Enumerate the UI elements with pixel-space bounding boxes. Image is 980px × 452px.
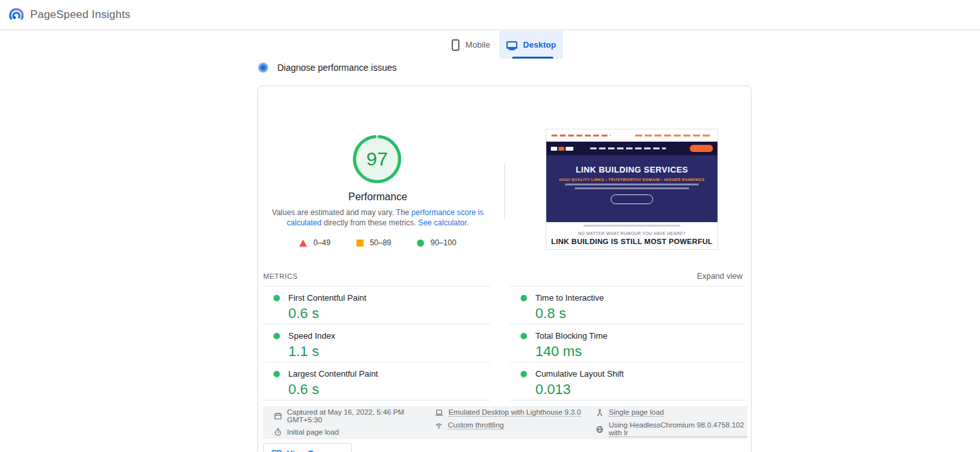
tab-desktop-label: Desktop: [523, 40, 556, 50]
tab-desktop[interactable]: Desktop: [499, 31, 563, 59]
tab-mobile-label: Mobile: [465, 40, 490, 50]
score-disclaimer: Values are estimated and may vary. The p…: [270, 207, 486, 228]
fail-triangle-icon: [299, 240, 307, 247]
calendar-icon: [274, 412, 282, 420]
metric-label: Largest Contentful Paint: [288, 369, 378, 379]
thumb-nav-cta-button: [690, 145, 713, 152]
metric-label: Time to Interactive: [535, 293, 604, 303]
stopwatch-icon: [274, 428, 282, 436]
app-title: PageSpeed Insights: [30, 8, 131, 21]
metric-speed-index: Speed Index 1.1 s: [263, 325, 490, 363]
capture-text[interactable]: Single page load: [609, 408, 664, 417]
performance-score-gauge[interactable]: 97: [352, 134, 402, 184]
performance-report-card: 97 Performance Values are estimated and …: [257, 86, 752, 452]
expand-view-toggle[interactable]: Expand view: [697, 272, 743, 281]
view-treemap-label: View Treemap: [287, 449, 342, 452]
pass-circle-icon: [417, 240, 424, 247]
metric-time-to-interactive: Time to Interactive 0.8 s: [510, 287, 744, 325]
thumb-topbar: [546, 129, 717, 142]
legend-pass-label: 90–100: [430, 238, 456, 247]
capture-page-load-type: Single page load: [596, 408, 747, 417]
pass-dot-icon: [273, 333, 280, 339]
metric-value: 0.6 s: [288, 305, 490, 322]
active-tab-underline: [512, 57, 553, 59]
score-legend: 0–49 50–89 90–100: [258, 238, 497, 247]
pass-dot-icon: [521, 371, 527, 377]
metric-first-contentful-paint: First Contentful Paint 0.6 s: [263, 287, 490, 325]
thumb-tagline-big: LINK BUILDING IS STILL MOST POWERFUL: [546, 238, 717, 245]
app-logo[interactable]: PageSpeed Insights: [8, 6, 131, 24]
disclaimer-text-2: directly from these metrics.: [322, 218, 418, 227]
capture-text: Captured at May 16, 2022, 5:46 PM GMT+5:…: [287, 408, 435, 424]
phone-icon: [452, 39, 459, 51]
see-calculator-link[interactable]: See calculator.: [418, 218, 469, 227]
capture-throttling: Custom throttling: [435, 421, 596, 429]
metric-value: 140 ms: [535, 343, 744, 360]
legend-fail: 0–49: [299, 238, 331, 247]
monitor-icon: [506, 41, 517, 49]
thumb-topbar-left-text: [551, 135, 611, 137]
metric-label: Total Blocking Time: [535, 331, 607, 341]
view-treemap-button[interactable]: View Treemap: [263, 443, 352, 452]
metric-total-blocking-time: Total Blocking Time 140 ms: [510, 325, 744, 363]
laptop-icon: [435, 409, 443, 417]
legend-average-label: 50–89: [370, 238, 391, 247]
thumb-hero-body-line: [575, 187, 689, 189]
category-label: Performance: [258, 191, 497, 203]
capture-column-1: Captured at May 16, 2022, 5:46 PM GMT+5:…: [274, 408, 435, 437]
capture-text[interactable]: Using HeadlessChromium 98.0.4758.102 wit…: [609, 421, 747, 437]
globe-icon: [596, 426, 604, 433]
metrics-header: METRICS Expand view: [263, 272, 743, 281]
legend-pass: 90–100: [417, 238, 456, 247]
disclaimer-text: Values are estimated and may vary. The: [272, 208, 412, 217]
thumb-divider-strip: [546, 222, 717, 229]
metric-value: 0.013: [535, 381, 744, 398]
metric-value: 1.1 s: [288, 343, 490, 360]
capture-browser: Using HeadlessChromium 98.0.4758.102 wit…: [596, 421, 747, 437]
capture-text: Initial page load: [287, 428, 339, 436]
thumb-hero-body-line: [565, 184, 699, 185]
tab-mobile[interactable]: Mobile: [443, 31, 499, 59]
capture-info-bar: Captured at May 16, 2022, 5:46 PM GMT+5:…: [263, 406, 747, 439]
legend-fail-label: 0–49: [313, 238, 331, 247]
thumb-topbar-right-text: [635, 135, 712, 137]
performance-score-value: 97: [352, 134, 402, 184]
capture-text[interactable]: Custom throttling: [448, 421, 504, 429]
fork-icon: [596, 409, 604, 417]
thumb-navbar: [546, 142, 717, 155]
legend-average: 50–89: [356, 238, 391, 247]
metric-label: Speed Index: [288, 331, 335, 341]
metric-label: First Contentful Paint: [288, 293, 366, 303]
capture-column-3: Single page load Using HeadlessChromium …: [596, 408, 747, 437]
thumb-hero-subtitle: HIGH QUALITY LINKS • TRUSTWORTHY DOMAIN …: [546, 178, 717, 182]
metric-cumulative-layout-shift: Cumulative Layout Shift 0.013: [510, 363, 744, 400]
pass-dot-icon: [273, 295, 280, 301]
app-header: PageSpeed Insights: [0, 0, 980, 30]
metric-value: 0.6 s: [288, 381, 490, 398]
metrics-title: METRICS: [263, 272, 298, 280]
pass-dot-icon: [273, 371, 280, 377]
metrics-grid: First Contentful Paint 0.6 s Speed Index…: [263, 286, 748, 400]
average-square-icon: [356, 240, 364, 247]
diagnose-section-header: Diagnose performance issues: [258, 62, 396, 73]
speedometer-icon: [8, 6, 24, 24]
capture-column-2: Emulated Desktop with Lighthouse 9.3.0 C…: [435, 408, 596, 437]
thumb-tagline-small: NO MATTER WHAT RUMOUR YOU HAVE HEARD?: [546, 231, 717, 236]
capture-initial-page-load: Initial page load: [274, 428, 435, 436]
lab-data-icon: [258, 62, 268, 73]
thumb-hero-button: [611, 194, 653, 204]
treemap-icon: [272, 450, 282, 452]
thumb-hero-title: LINK BUILDING SERVICES: [546, 165, 717, 174]
pass-dot-icon: [521, 333, 527, 339]
metric-label: Cumulative Layout Shift: [535, 369, 624, 379]
metrics-column-right: Time to Interactive 0.8 s Total Blocking…: [510, 286, 744, 400]
capture-emulated-device: Emulated Desktop with Lighthouse 9.3.0: [435, 408, 596, 417]
gauge-thumbnail-divider: [504, 164, 505, 220]
metric-largest-contentful-paint: Largest Contentful Paint 0.6 s: [263, 363, 490, 400]
pass-dot-icon: [521, 295, 527, 301]
throttling-icon: [435, 422, 443, 429]
capture-text[interactable]: Emulated Desktop with Lighthouse 9.3.0: [448, 408, 581, 417]
thumb-site-logo: [551, 147, 573, 151]
diagnose-label: Diagnose performance issues: [277, 62, 396, 73]
metric-value: 0.8 s: [535, 305, 744, 322]
